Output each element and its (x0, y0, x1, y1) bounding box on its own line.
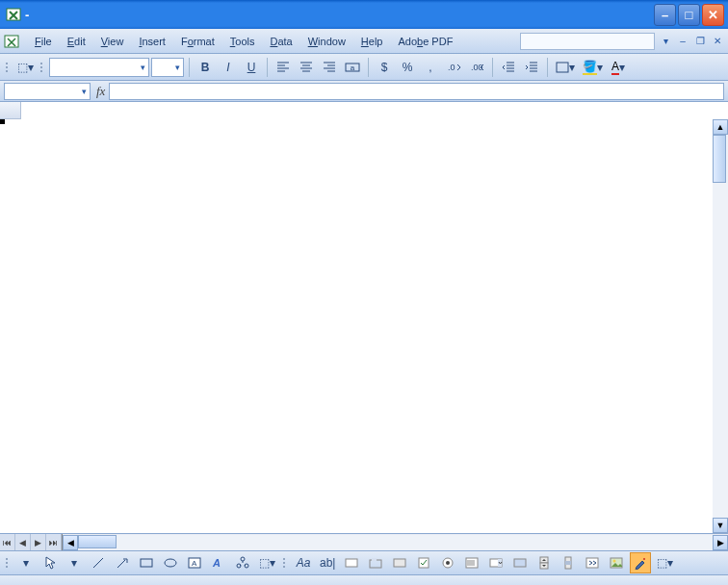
option-button-icon[interactable] (437, 552, 458, 573)
align-center-button[interactable] (296, 57, 317, 78)
toolbar-grip-icon[interactable] (4, 553, 10, 572)
font-sample-icon[interactable]: Aa (293, 552, 314, 573)
title-text: - (25, 8, 654, 22)
decrease-indent-button[interactable] (498, 57, 519, 78)
arrow-icon[interactable] (112, 552, 133, 573)
svg-point-10 (165, 559, 176, 567)
menu-adobe-pdf[interactable]: Adobe PDF (390, 33, 460, 50)
grid-body[interactable] (0, 119, 728, 533)
svg-line-8 (117, 560, 125, 568)
formula-input[interactable] (109, 83, 724, 100)
group-box-icon[interactable] (365, 552, 386, 573)
label-icon[interactable]: ab| (317, 552, 338, 573)
decrease-decimal-button[interactable]: .00 (466, 57, 487, 78)
increase-indent-button[interactable] (521, 57, 542, 78)
scroll-down-icon[interactable]: ▼ (713, 518, 728, 533)
toolbar-grip-icon[interactable] (4, 58, 10, 77)
draw-menu-button[interactable]: ▾ (15, 552, 37, 573)
doc-minimize-icon[interactable]: – (676, 35, 689, 48)
scrollbar-control-icon[interactable] (558, 552, 579, 573)
toolbar-options-icon[interactable]: ⬚▾ (654, 552, 676, 573)
combo-box-icon[interactable] (485, 552, 507, 573)
list-box-icon[interactable] (461, 552, 482, 573)
toolbar-grip-icon[interactable] (39, 58, 44, 77)
oval-icon[interactable] (160, 552, 181, 573)
align-right-button[interactable] (319, 57, 340, 78)
more-controls-icon[interactable] (582, 552, 603, 573)
bold-button[interactable]: B (195, 57, 216, 78)
menu-window[interactable]: Window (300, 33, 353, 50)
vertical-scrollbar[interactable]: ▲ ▼ (713, 119, 728, 533)
scroll-up-icon[interactable]: ▲ (713, 119, 728, 135)
worksheet-grid: ▲ ▼ ⏮ ◀ ▶ ⏭ ◀ ▶ (0, 102, 728, 550)
scroll-left-icon[interactable]: ◀ (63, 535, 78, 550)
italic-button[interactable]: I (218, 57, 239, 78)
svg-rect-18 (370, 560, 381, 568)
image-icon[interactable] (606, 552, 627, 573)
font-name-select[interactable] (49, 58, 149, 77)
select-all-corner[interactable] (0, 102, 21, 119)
menu-view[interactable]: View (93, 33, 132, 50)
tab-first-icon[interactable]: ⏮ (0, 534, 15, 550)
menubar: File Edit View Insert Format Tools Data … (0, 29, 728, 54)
autoshapes-button[interactable]: ▾ (64, 552, 85, 573)
vscroll-thumb[interactable] (713, 135, 726, 183)
wordart-icon[interactable]: A (208, 552, 229, 573)
toolbar-options-icon[interactable]: ⬚▾ (256, 552, 278, 573)
borders-button[interactable]: ▾ (553, 57, 578, 78)
svg-rect-19 (372, 558, 377, 561)
name-box[interactable] (4, 83, 91, 100)
currency-button[interactable]: $ (374, 57, 395, 78)
fill-handle[interactable] (0, 119, 5, 124)
scroll-right-icon[interactable]: ▶ (713, 535, 728, 550)
percent-button[interactable]: % (397, 57, 418, 78)
line-icon[interactable] (88, 552, 109, 573)
doc-restore-icon[interactable]: ❐ (693, 35, 707, 48)
diagram-icon[interactable] (232, 552, 253, 573)
hscroll-thumb[interactable] (78, 535, 117, 548)
font-color-button[interactable]: A▾ (608, 57, 629, 78)
toolbar-grip-icon[interactable] (281, 553, 287, 572)
menu-data[interactable]: Data (262, 33, 299, 50)
close-button[interactable]: ✕ (702, 4, 724, 26)
svg-rect-30 (514, 559, 526, 567)
comma-button[interactable]: , (420, 57, 441, 78)
font-size-select[interactable] (151, 58, 184, 77)
svg-text:A: A (192, 559, 197, 568)
merge-center-button[interactable]: a (342, 57, 363, 78)
minimize-button[interactable]: – (654, 4, 676, 26)
toolbar-options-icon[interactable]: ⬚▾ (14, 57, 37, 78)
menu-file[interactable]: File (27, 33, 60, 50)
select-objects-icon[interactable] (39, 552, 61, 573)
svg-text:.0: .0 (448, 63, 455, 72)
doc-close-icon[interactable]: ✕ (711, 35, 724, 48)
menu-tools[interactable]: Tools (222, 33, 263, 50)
tab-last-icon[interactable]: ⏭ (46, 534, 62, 550)
tab-next-icon[interactable]: ▶ (31, 534, 46, 550)
rectangle-icon[interactable] (136, 552, 157, 573)
svg-point-37 (613, 560, 616, 563)
horizontal-scrollbar[interactable]: ◀ ▶ (62, 534, 728, 550)
menu-format[interactable]: Format (173, 33, 222, 50)
menu-insert[interactable]: Insert (131, 33, 173, 50)
align-left-button[interactable] (273, 57, 294, 78)
tab-prev-icon[interactable]: ◀ (15, 534, 31, 550)
edit-box-icon[interactable] (341, 552, 362, 573)
fx-icon[interactable]: fx (96, 84, 105, 99)
fill-color-button[interactable]: 🪣▾ (580, 57, 606, 78)
menu-edit[interactable]: Edit (60, 33, 93, 50)
menu-help[interactable]: Help (353, 33, 391, 50)
checkbox-icon[interactable] (413, 552, 434, 573)
maximize-button[interactable]: □ (678, 4, 700, 26)
button-icon[interactable] (389, 552, 410, 573)
underline-button[interactable]: U (241, 57, 262, 78)
selection-box (0, 119, 4, 123)
design-mode-icon[interactable] (630, 552, 651, 573)
help-dropdown-icon[interactable]: ▾ (659, 35, 672, 48)
toggle-button-icon[interactable] (509, 552, 531, 573)
textbox-icon[interactable]: A (184, 552, 205, 573)
help-search-input[interactable] (520, 33, 655, 50)
svg-rect-6 (557, 63, 568, 72)
spin-button-icon[interactable] (533, 552, 555, 573)
increase-decimal-button[interactable]: .0 (443, 57, 464, 78)
